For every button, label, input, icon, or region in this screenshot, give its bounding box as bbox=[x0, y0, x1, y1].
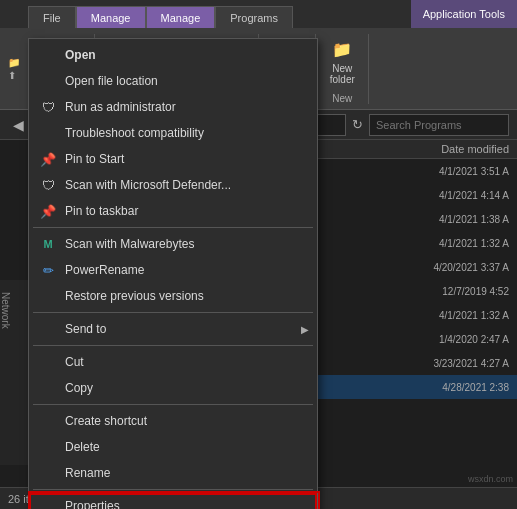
menu-item-properties[interactable]: Properties bbox=[29, 493, 317, 509]
menu-item-pin-taskbar[interactable]: 📌 Pin to taskbar bbox=[29, 198, 317, 224]
separator bbox=[33, 345, 313, 346]
watermark: wsxdn.com bbox=[468, 474, 513, 484]
submenu-arrow-icon: ▶ bbox=[301, 324, 309, 335]
tab-manage-2[interactable]: Manage bbox=[146, 6, 216, 28]
app-tools-label: Application Tools bbox=[411, 0, 517, 28]
menu-item-pin-start[interactable]: 📌 Pin to Start bbox=[29, 146, 317, 172]
back-button[interactable]: ◀ bbox=[8, 115, 28, 135]
shield-icon: 🛡 bbox=[39, 98, 57, 116]
menu-item-send-to[interactable]: Send to ▶ bbox=[29, 316, 317, 342]
menu-item-cut[interactable]: Cut bbox=[29, 349, 317, 375]
context-menu: Open Open file location 🛡 Run as adminis… bbox=[28, 38, 318, 509]
menu-item-open-location[interactable]: Open file location bbox=[29, 68, 317, 94]
new-folder-icon: 📁 bbox=[330, 37, 354, 61]
tab-file[interactable]: File bbox=[28, 6, 76, 28]
separator bbox=[33, 312, 313, 313]
menu-item-scan-defender[interactable]: 🛡 Scan with Microsoft Defender... bbox=[29, 172, 317, 198]
tab-programs[interactable]: Programs bbox=[215, 6, 293, 28]
search-input[interactable] bbox=[369, 114, 509, 136]
malwarebytes-icon: M bbox=[39, 235, 57, 253]
menu-item-delete[interactable]: Delete bbox=[29, 434, 317, 460]
menu-item-create-shortcut[interactable]: Create shortcut bbox=[29, 408, 317, 434]
menu-item-restore-versions[interactable]: Restore previous versions bbox=[29, 283, 317, 309]
new-section: 📁 Newfolder New bbox=[316, 34, 369, 104]
powerrename-icon: ✏ bbox=[39, 261, 57, 279]
sidebar-network[interactable]: Network bbox=[0, 280, 11, 340]
separator bbox=[33, 227, 313, 228]
menu-item-copy[interactable]: Copy bbox=[29, 375, 317, 401]
menu-item-run-admin[interactable]: 🛡 Run as administrator bbox=[29, 94, 317, 120]
refresh-icon[interactable]: ↻ bbox=[352, 117, 363, 132]
new-folder-button[interactable]: 📁 Newfolder bbox=[322, 33, 362, 89]
tab-manage-1[interactable]: Manage bbox=[76, 6, 146, 28]
separator bbox=[33, 489, 313, 490]
taskbar-icon: 📌 bbox=[39, 202, 57, 220]
menu-item-powerrename[interactable]: ✏ PowerRename bbox=[29, 257, 317, 283]
menu-item-malwarebytes[interactable]: M Scan with Malwarebytes bbox=[29, 231, 317, 257]
menu-item-open[interactable]: Open bbox=[29, 42, 317, 68]
menu-item-troubleshoot[interactable]: Troubleshoot compatibility bbox=[29, 120, 317, 146]
defender-icon: 🛡 bbox=[39, 176, 57, 194]
pin-start-icon: 📌 bbox=[39, 150, 57, 168]
menu-item-rename[interactable]: Rename bbox=[29, 460, 317, 486]
separator bbox=[33, 404, 313, 405]
